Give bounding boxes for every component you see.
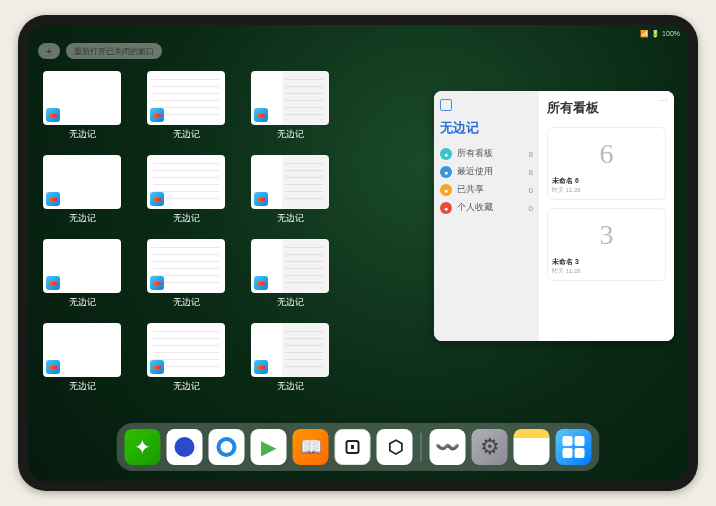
window-thumbnail [43,239,121,293]
books-icon[interactable]: 📖 [293,429,329,465]
qqbrowser-icon[interactable] [209,429,245,465]
dice-icon[interactable] [335,429,371,465]
sidebar-item[interactable]: ●最近使用8 [440,163,533,181]
window-thumbnail [147,239,225,293]
sidebar-item-icon: ● [440,148,452,160]
sidebar-item-count: 8 [529,150,533,159]
window-thumbnail [43,323,121,377]
ipad-screen: 📶 🔋 100% + 重新打开已关闭的窗口 无边记无边记无边记无边记无边记无边记… [28,25,688,481]
wechat-icon[interactable]: ✦ [125,429,161,465]
app-window[interactable]: 无边记 [146,71,226,149]
dock: ✦ ▶ 📖 ⬡ 〰️ ⚙ [117,423,600,471]
board-label: 未命名 3 [552,257,661,267]
top-bar: + 重新打开已关闭的窗口 [38,43,162,59]
sidebar-item-icon: ● [440,184,452,196]
app-library-icon[interactable] [556,429,592,465]
freeform-app-icon [150,192,164,206]
freeform-app-icon [46,108,60,122]
board-thumbnail: 6 [552,132,661,176]
window-thumbnail [43,155,121,209]
freeform-app-icon [46,276,60,290]
app-window[interactable]: 无边记 [146,239,226,317]
window-thumbnail [251,239,329,293]
window-label: 无边记 [277,128,304,141]
freeform-app-icon [254,108,268,122]
window-label: 无边记 [277,380,304,393]
board-sublabel: 昨天 11:28 [552,267,661,276]
app-window[interactable]: 无边记 [42,239,122,317]
quark-icon[interactable] [167,429,203,465]
status-bar: 📶 🔋 100% [36,28,680,40]
board-label: 未命名 6 [552,176,661,186]
window-label: 无边记 [173,128,200,141]
freeform-app-icon [150,276,164,290]
app-window[interactable]: 无边记 [250,71,330,149]
panel-sidebar: 无边记 ●所有看板8●最近使用8●已共享0●个人收藏0 [434,91,539,341]
window-thumbnail [147,71,225,125]
app-window[interactable]: 无边记 [250,239,330,317]
sidebar-item-icon: ● [440,202,452,214]
ipad-device-frame: 📶 🔋 100% + 重新打开已关闭的窗口 无边记无边记无边记无边记无边记无边记… [18,15,698,491]
window-label: 无边记 [69,212,96,225]
app-window[interactable]: 无边记 [42,71,122,149]
settings-icon[interactable]: ⚙ [472,429,508,465]
freeform-app-icon [46,360,60,374]
window-thumbnail [251,323,329,377]
window-label: 无边记 [277,212,304,225]
app-window[interactable]: 无边记 [146,155,226,233]
dock-separator [421,433,422,461]
reopen-closed-window-button[interactable]: 重新打开已关闭的窗口 [66,43,162,59]
sidebar-item[interactable]: ●已共享0 [440,181,533,199]
sidebar-item[interactable]: ●所有看板8 [440,145,533,163]
status-right: 📶 🔋 100% [640,30,680,38]
sidebar-item[interactable]: ●个人收藏0 [440,199,533,217]
sidebar-item-count: 0 [529,186,533,195]
app-windows-grid: 无边记无边记无边记无边记无边记无边记无边记无边记无边记无边记无边记无边记 [42,71,330,419]
dots-icon[interactable]: ⬡ [377,429,413,465]
window-label: 无边记 [277,296,304,309]
board-card[interactable]: 3未命名 3昨天 11:28 [547,208,666,281]
sidebar-item-count: 8 [529,168,533,177]
window-thumbnail [147,323,225,377]
sidebar-item-label: 最近使用 [457,166,493,178]
window-label: 无边记 [69,128,96,141]
app-window[interactable]: 无边记 [146,323,226,401]
window-thumbnail [251,155,329,209]
sidebar-item-label: 所有看板 [457,148,493,160]
board-thumbnail: 3 [552,213,661,257]
app-window[interactable]: 无边记 [42,155,122,233]
window-thumbnail [147,155,225,209]
app-window[interactable]: 无边记 [250,323,330,401]
freeform-app-icon [150,108,164,122]
panel-left-title: 无边记 [440,119,533,137]
sidebar-item-label: 已共享 [457,184,484,196]
freeform-app-icon [150,360,164,374]
window-label: 无边记 [173,212,200,225]
window-label: 无边记 [173,380,200,393]
new-window-button[interactable]: + [38,43,60,59]
freeform-app-icon [254,276,268,290]
board-card[interactable]: 6未命名 6昨天 11:28 [547,127,666,200]
notes-icon[interactable] [514,429,550,465]
freeform-panel[interactable]: 无边记 ●所有看板8●最近使用8●已共享0●个人收藏0 ⋯ 所有看板 6未命名 … [434,91,674,341]
freeform-app-icon [254,360,268,374]
app-window[interactable]: 无边记 [42,323,122,401]
sidebar-item-count: 0 [529,204,533,213]
window-label: 无边记 [173,296,200,309]
play-icon[interactable]: ▶ [251,429,287,465]
board-sublabel: 昨天 11:28 [552,186,661,195]
freeform-dock-icon[interactable]: 〰️ [430,429,466,465]
sidebar-item-label: 个人收藏 [457,202,493,214]
window-label: 无边记 [69,380,96,393]
window-thumbnail [43,71,121,125]
panel-boards: ⋯ 所有看板 6未命名 6昨天 11:283未命名 3昨天 11:28 [539,91,674,341]
window-thumbnail [251,71,329,125]
freeform-app-icon [46,192,60,206]
sidebar-toggle-icon[interactable] [440,99,533,111]
panel-right-title: 所有看板 [547,99,666,117]
more-icon[interactable]: ⋯ [658,95,668,106]
app-window[interactable]: 无边记 [250,155,330,233]
window-label: 无边记 [69,296,96,309]
freeform-app-icon [254,192,268,206]
content-area: 无边记无边记无边记无边记无边记无边记无边记无边记无边记无边记无边记无边记 无边记… [42,71,674,419]
